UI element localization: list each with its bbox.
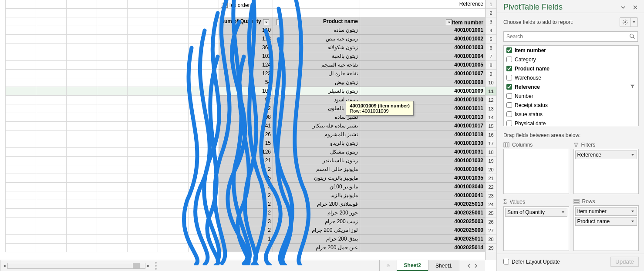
cell[interactable] [188,244,219,252]
row-header[interactable]: 20 [486,165,496,174]
field-warehouse[interactable]: Warehouse [504,73,638,82]
cell[interactable]: 26 [219,130,273,139]
cell[interactable] [188,61,219,70]
field-label[interactable]: Reference [515,84,627,90]
row-header[interactable]: 9 [486,70,496,78]
cell[interactable] [66,122,97,130]
cell[interactable] [97,157,127,165]
cell[interactable] [188,43,219,52]
cell[interactable] [66,78,97,87]
cell[interactable] [36,87,66,96]
row-header[interactable]: 10 [486,78,496,87]
cell[interactable]: 4002025003 [360,217,485,226]
cell[interactable] [36,35,66,43]
cell[interactable] [66,157,97,165]
cell[interactable] [97,235,127,244]
cell[interactable] [158,122,188,130]
cell[interactable] [5,43,36,52]
cell[interactable]: 106 [219,87,273,96]
cell[interactable]: 4002025001 [360,209,485,217]
cell[interactable] [5,87,36,96]
row-header[interactable]: 4 [486,26,496,35]
field-checkbox[interactable] [506,102,512,108]
cell[interactable]: 118 [219,35,273,43]
row-header[interactable]: 26 [486,217,496,226]
cell[interactable]: 4001001003 [360,43,485,52]
cell[interactable]: 126 [219,148,273,157]
area-item-sum-of-quantity[interactable]: Sum of Quantity [505,208,567,217]
cell[interactable]: 2 [219,209,273,217]
cell[interactable] [127,52,158,61]
cell[interactable] [158,87,188,96]
defer-update-checkbox[interactable] [503,259,509,264]
field-checkbox[interactable] [506,66,512,71]
tab-sheet2[interactable]: Sheet2 [397,260,428,271]
grip-icon[interactable] [155,262,158,270]
cell[interactable]: تفاحة حارة ال [273,70,360,78]
cell[interactable] [36,183,66,191]
cell[interactable] [66,70,97,78]
cell[interactable]: 1 [219,235,273,244]
cell[interactable] [188,87,219,96]
row-header[interactable]: 17 [486,139,496,148]
cell[interactable] [97,200,127,209]
row-header[interactable]: 14 [486,113,496,122]
field-item-number[interactable]: Item number [504,46,638,55]
row-header[interactable]: 28 [486,235,496,244]
cell[interactable] [5,235,36,244]
cell[interactable]: 4002025014 [360,244,485,252]
cell[interactable] [97,52,127,61]
cell[interactable] [66,183,97,191]
tab-sheet1[interactable]: Sheet1 [428,260,459,271]
dropdown-icon[interactable] [263,19,269,25]
cell[interactable]: 4001001017 [360,122,485,130]
cell[interactable]: 101 [219,52,273,61]
cell[interactable] [36,52,66,61]
cell[interactable] [36,244,66,252]
cell[interactable]: 21 [219,157,273,165]
field-receipt-status[interactable]: Receipt status [504,100,638,110]
field-checkbox[interactable] [506,120,512,126]
cell[interactable]: 54 [219,78,273,87]
cell[interactable] [127,35,158,43]
cell[interactable]: 2 [219,226,273,235]
cell[interactable] [97,244,127,252]
cell[interactable]: مايونيز خالي الدسم [273,165,360,174]
row-header[interactable]: 3 [486,17,496,26]
cell[interactable] [66,87,97,96]
cell[interactable] [5,52,36,61]
cell[interactable]: 4001001030 [360,139,485,148]
cell[interactable] [66,148,97,157]
cell[interactable] [188,96,219,104]
cell[interactable] [36,130,66,139]
cell[interactable] [97,96,127,104]
cell[interactable] [127,78,158,87]
cell[interactable]: 4001001009 [360,87,485,96]
field-category[interactable]: Category [504,55,638,64]
cell[interactable] [188,200,219,209]
cell[interactable] [97,43,127,52]
cell[interactable] [97,209,127,217]
cell[interactable]: زيتون بيض [273,78,360,87]
cell[interactable] [5,113,36,122]
dropdown-icon[interactable] [446,19,452,25]
cell[interactable] [5,148,36,157]
area-item-reference[interactable]: Reference [575,151,637,159]
row-header[interactable]: 8 [486,61,496,70]
cell[interactable] [5,209,36,217]
field-checkbox[interactable] [506,93,512,99]
cell[interactable] [158,96,188,104]
cell[interactable] [127,87,158,96]
cell[interactable]: 4001003041 [360,191,485,200]
cell[interactable]: زيتون بالحبة [273,52,360,61]
area-filters-box[interactable]: Reference [573,149,639,194]
cell[interactable]: جوز 200 جرام [273,209,360,217]
cell[interactable] [66,235,97,244]
cell[interactable] [188,209,219,217]
cell[interactable]: عين جمل 200 جرام [273,244,360,252]
cell[interactable] [66,43,97,52]
cell[interactable]: 4001001001 [360,26,485,35]
cell[interactable] [36,191,66,200]
cell[interactable] [66,226,97,235]
cell[interactable] [188,183,219,191]
